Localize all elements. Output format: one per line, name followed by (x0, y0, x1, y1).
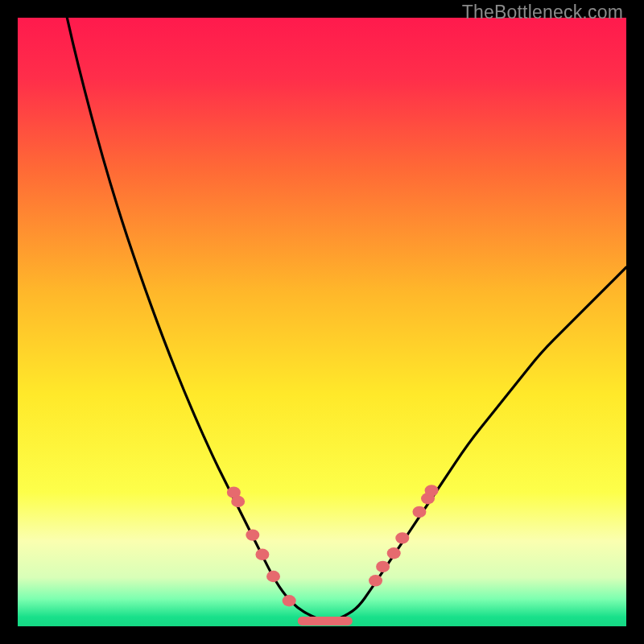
curve-marker (369, 575, 382, 586)
chart-frame (18, 18, 626, 626)
watermark-text: TheBottleneck.com (462, 2, 623, 23)
curve-marker (376, 561, 390, 572)
curve-flat-segment (298, 617, 353, 625)
curve-marker (231, 496, 245, 507)
curve-marker (395, 532, 409, 543)
curve-marker (266, 571, 280, 582)
gradient-background (18, 18, 626, 626)
curve-marker (283, 595, 296, 606)
curve-marker (387, 547, 401, 559)
curve-marker (246, 529, 259, 540)
curve-marker (255, 549, 269, 560)
bottleneck-plot (18, 18, 626, 626)
curve-marker (425, 485, 439, 496)
curve-marker (412, 506, 426, 518)
